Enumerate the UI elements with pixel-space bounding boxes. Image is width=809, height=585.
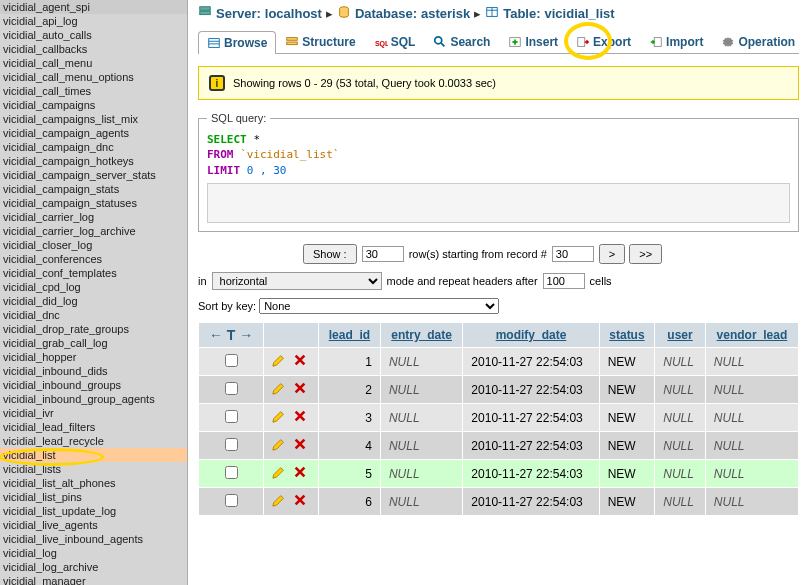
sidebar-item-vicidial-cpd-log[interactable]: vicidial_cpd_log	[0, 280, 187, 294]
sidebar-item-vicidial-conf-templates[interactable]: vicidial_conf_templates	[0, 266, 187, 280]
breadcrumb-separator: ▸	[474, 6, 481, 21]
delete-icon[interactable]	[293, 381, 307, 398]
delete-icon[interactable]	[293, 437, 307, 454]
row-controls: Show : row(s) starting from record # > >…	[198, 244, 799, 264]
delete-icon[interactable]	[293, 353, 307, 370]
database-icon	[337, 5, 351, 22]
sidebar-item-vicidial-hopper[interactable]: vicidial_hopper	[0, 350, 187, 364]
sidebar-item-vicidial-campaign-agents[interactable]: vicidial_campaign_agents	[0, 126, 187, 140]
header-vendor-lead[interactable]: vendor_lead	[705, 323, 798, 348]
database-label: Database:	[355, 6, 417, 21]
row-checkbox[interactable]	[225, 494, 238, 507]
rows-count-input[interactable]	[362, 246, 404, 262]
sidebar-item-vicidial-campaign-statuses[interactable]: vicidial_campaign_statuses	[0, 196, 187, 210]
tab-structure-label: Structure	[302, 35, 355, 49]
cell-modify-date: 2010-11-27 22:54:03	[463, 376, 599, 404]
cell-user: NULL	[655, 404, 706, 432]
sidebar-item-vicidial-call-menu[interactable]: vicidial_call_menu	[0, 56, 187, 70]
tab-insert[interactable]: Insert	[499, 30, 567, 53]
tab-export[interactable]: Export	[567, 30, 640, 53]
mode-select[interactable]: horizontal	[212, 272, 382, 290]
delete-icon[interactable]	[293, 493, 307, 510]
start-record-input[interactable]	[552, 246, 594, 262]
sidebar-item-vicidial-list-update-log[interactable]: vicidial_list_update_log	[0, 504, 187, 518]
show-button[interactable]: Show :	[303, 244, 357, 264]
row-checkbox[interactable]	[225, 382, 238, 395]
delete-icon[interactable]	[293, 409, 307, 426]
sidebar-item-vicidial-grab-call-log[interactable]: vicidial_grab_call_log	[0, 336, 187, 350]
nav-next-button[interactable]: >	[599, 244, 625, 264]
svg-rect-18	[654, 38, 661, 47]
tab-structure[interactable]: Structure	[276, 30, 364, 53]
tab-sql-label: SQL	[391, 35, 416, 49]
delete-icon[interactable]	[293, 465, 307, 482]
sidebar-item-vicidial-lists[interactable]: vicidial_lists	[0, 462, 187, 476]
sidebar-item-vicidial-conferences[interactable]: vicidial_conferences	[0, 252, 187, 266]
edit-icon[interactable]	[272, 437, 286, 454]
tab-search[interactable]: Search	[424, 30, 499, 53]
sidebar-item-vicidial-list[interactable]: vicidial_list	[0, 448, 187, 462]
sidebar-item-vicidial-inbound-groups[interactable]: vicidial_inbound_groups	[0, 378, 187, 392]
sidebar-item-vicidial-manager[interactable]: vicidial_manager	[0, 574, 187, 585]
sidebar-item-vicidial-log-archive[interactable]: vicidial_log_archive	[0, 560, 187, 574]
header-entry-date[interactable]: entry_date	[380, 323, 462, 348]
sql-display: SELECT * FROM `vicidial_list` LIMIT 0 , …	[207, 132, 790, 178]
sidebar-item-vicidial-call-menu-options[interactable]: vicidial_call_menu_options	[0, 70, 187, 84]
edit-icon[interactable]	[272, 353, 286, 370]
sidebar-item-vicidial-closer-log[interactable]: vicidial_closer_log	[0, 238, 187, 252]
sidebar-item-vicidial-inbound-dids[interactable]: vicidial_inbound_dids	[0, 364, 187, 378]
sidebar-item-vicidial-campaign-hotkeys[interactable]: vicidial_campaign_hotkeys	[0, 154, 187, 168]
nav-last-button[interactable]: >>	[629, 244, 662, 264]
cells-label: cells	[590, 275, 612, 287]
sidebar-item-vicidial-dnc[interactable]: vicidial_dnc	[0, 308, 187, 322]
row-checkbox[interactable]	[225, 466, 238, 479]
header-modify-date[interactable]: modify_date	[463, 323, 599, 348]
sidebar-item-vicidial-live-agents[interactable]: vicidial_live_agents	[0, 518, 187, 532]
tab-browse[interactable]: Browse	[198, 31, 276, 54]
server-label: Server:	[216, 6, 261, 21]
sidebar-item-vicidial-campaigns-list-mix[interactable]: vicidial_campaigns_list_mix	[0, 112, 187, 126]
row-checkbox[interactable]	[225, 410, 238, 423]
header-arrows[interactable]: ← T →	[199, 323, 264, 348]
sidebar-item-vicidial-carrier-log[interactable]: vicidial_carrier_log	[0, 210, 187, 224]
row-checkbox[interactable]	[225, 354, 238, 367]
sidebar-item-vicidial-api-log[interactable]: vicidial_api_log	[0, 14, 187, 28]
header-status[interactable]: status	[599, 323, 655, 348]
sidebar-item-vicidial-campaign-server-stats[interactable]: vicidial_campaign_server_stats	[0, 168, 187, 182]
sidebar-item-vicidial-callbacks[interactable]: vicidial_callbacks	[0, 42, 187, 56]
sql-textarea[interactable]	[207, 183, 790, 223]
tab-import[interactable]: Import	[640, 30, 712, 53]
edit-icon[interactable]	[272, 493, 286, 510]
sidebar-item-vicidial-campaign-stats[interactable]: vicidial_campaign_stats	[0, 182, 187, 196]
sidebar-item-vicidial-log[interactable]: vicidial_log	[0, 546, 187, 560]
cell-user: NULL	[655, 348, 706, 376]
sidebar-item-vicidial-agent-spi[interactable]: vicidial_agent_spi	[0, 0, 187, 14]
sort-select[interactable]: None	[259, 298, 499, 314]
sidebar-item-vicidial-ivr[interactable]: vicidial_ivr	[0, 406, 187, 420]
sidebar-item-vicidial-call-times[interactable]: vicidial_call_times	[0, 84, 187, 98]
edit-icon[interactable]	[272, 465, 286, 482]
header-lead-id[interactable]: lead_id	[318, 323, 380, 348]
sidebar-item-vicidial-inbound-group-agents[interactable]: vicidial_inbound_group_agents	[0, 392, 187, 406]
sidebar-item-vicidial-did-log[interactable]: vicidial_did_log	[0, 294, 187, 308]
tab-operations[interactable]: Operation	[712, 30, 804, 53]
tab-sql[interactable]: SQL SQL	[365, 30, 425, 53]
sidebar-item-vicidial-carrier-log-archive[interactable]: vicidial_carrier_log_archive	[0, 224, 187, 238]
sidebar-item-vicidial-auto-calls[interactable]: vicidial_auto_calls	[0, 28, 187, 42]
row-checkbox[interactable]	[225, 438, 238, 451]
header-user[interactable]: user	[655, 323, 706, 348]
sidebar-item-vicidial-campaign-dnc[interactable]: vicidial_campaign_dnc	[0, 140, 187, 154]
sidebar-item-vicidial-list-alt-phones[interactable]: vicidial_list_alt_phones	[0, 476, 187, 490]
sidebar-item-vicidial-lead-filters[interactable]: vicidial_lead_filters	[0, 420, 187, 434]
repeat-input[interactable]	[543, 273, 585, 289]
server-link[interactable]: localhost	[265, 6, 322, 21]
sidebar-item-vicidial-drop-rate-groups[interactable]: vicidial_drop_rate_groups	[0, 322, 187, 336]
database-link[interactable]: asterisk	[421, 6, 470, 21]
sidebar-item-vicidial-list-pins[interactable]: vicidial_list_pins	[0, 490, 187, 504]
sidebar-item-vicidial-lead-recycle[interactable]: vicidial_lead_recycle	[0, 434, 187, 448]
sidebar-item-vicidial-live-inbound-agents[interactable]: vicidial_live_inbound_agents	[0, 532, 187, 546]
table-link[interactable]: vicidial_list	[545, 6, 615, 21]
edit-icon[interactable]	[272, 409, 286, 426]
edit-icon[interactable]	[272, 381, 286, 398]
sidebar-item-vicidial-campaigns[interactable]: vicidial_campaigns	[0, 98, 187, 112]
